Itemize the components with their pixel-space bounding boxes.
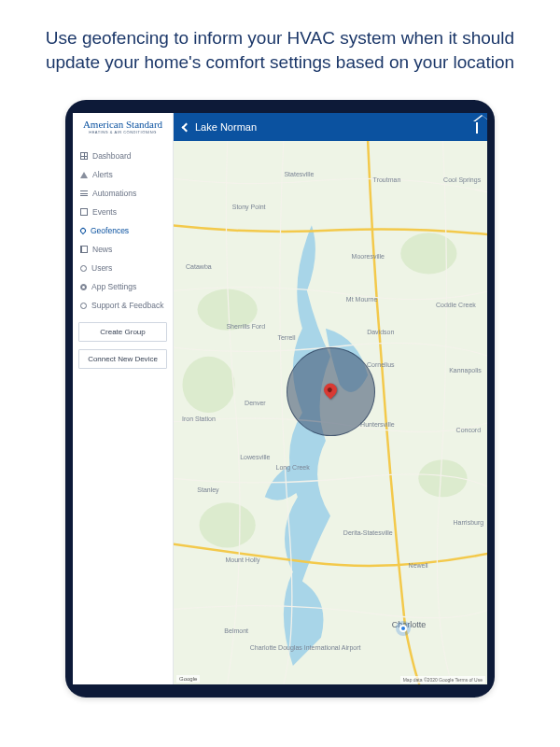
- news-icon: [80, 246, 88, 253]
- sidebar-item-events[interactable]: Events: [78, 203, 167, 221]
- sidebar-item-label: Geofences: [91, 226, 129, 235]
- tri-icon: [80, 172, 88, 178]
- map-city-label: Davidson: [367, 328, 394, 334]
- map-city-label: Charlotte Douglas International Airport: [250, 643, 361, 650]
- sidebar: DashboardAlertsAutomationsEventsGeofence…: [73, 141, 174, 684]
- map-city-label: Catawba: [186, 263, 212, 270]
- map-city-label: Mt Mourne: [346, 296, 377, 303]
- map-city-label: Stony Point: [232, 204, 266, 210]
- pin-icon: [321, 381, 340, 400]
- sidebar-nav: DashboardAlertsAutomationsEventsGeofence…: [78, 147, 167, 315]
- help-icon: [80, 303, 87, 309]
- map-view[interactable]: StatesvilleTroutmanStony PointCatawbaShe…: [174, 141, 487, 684]
- sliders-icon: [80, 190, 88, 196]
- sidebar-item-geofences[interactable]: Geofences: [78, 221, 167, 240]
- sidebar-item-label: Events: [92, 207, 117, 217]
- page-title[interactable]: Lake Norman: [195, 121, 257, 133]
- map-city-label: Long Creek: [276, 464, 310, 471]
- brand-logo[interactable]: American Standard HEATING & AIR CONDITIO…: [73, 113, 174, 141]
- grid-icon: [80, 152, 88, 160]
- sidebar-item-dashboard[interactable]: Dashboard: [78, 147, 167, 165]
- map-city-label: Coddle Creek: [436, 301, 476, 307]
- pin-icon: [79, 227, 87, 234]
- sidebar-item-label: Dashboard: [92, 151, 132, 161]
- svg-point-4: [400, 233, 456, 275]
- map-city-label: Kannapolis: [449, 366, 482, 373]
- map-city-label: Statesville: [284, 171, 314, 177]
- map-city-label: Huntersville: [360, 420, 395, 427]
- connect-device-button[interactable]: Connect New Device: [78, 349, 167, 369]
- map-city-label: Concord: [456, 426, 481, 432]
- brand-tagline: HEATING & AIR CONDITIONING: [89, 130, 157, 134]
- map-provider-logo: Google: [176, 675, 200, 683]
- app-screen: American Standard HEATING & AIR CONDITIO…: [73, 113, 487, 684]
- sidebar-item-label: App Settings: [91, 282, 136, 291]
- geofence-pin[interactable]: [324, 384, 337, 397]
- sidebar-item-news[interactable]: News: [78, 240, 167, 259]
- sidebar-item-app-settings[interactable]: App Settings: [78, 277, 167, 296]
- content-area: DashboardAlertsAutomationsEventsGeofence…: [73, 141, 487, 684]
- map-city-label: Denver: [245, 399, 266, 405]
- map-city-label: Lowesville: [240, 453, 270, 459]
- map-city-label: Newell: [409, 562, 428, 569]
- create-group-button[interactable]: Create Group: [78, 322, 167, 342]
- title-bar: Lake Norman: [174, 113, 487, 141]
- sidebar-item-alerts[interactable]: Alerts: [78, 165, 167, 184]
- map-city-label: Derita-Statesville: [343, 529, 393, 536]
- sidebar-item-label: Alerts: [92, 170, 113, 179]
- sidebar-item-label: News: [92, 245, 112, 254]
- map-city-label: Harrisburg: [453, 518, 483, 525]
- sidebar-item-label: Support & Feedback: [91, 301, 164, 310]
- home-icon: [476, 121, 478, 134]
- map-city-label: Mooresville: [352, 252, 385, 259]
- back-icon[interactable]: [182, 122, 191, 132]
- home-button[interactable]: [476, 121, 478, 133]
- map-city-label: Charlotte: [392, 620, 427, 629]
- map-city-label: Belmont: [224, 627, 248, 634]
- cal-icon: [80, 208, 88, 216]
- map-city-label: Stanley: [197, 486, 218, 492]
- map-city-label: Terrell: [277, 333, 295, 340]
- map-city-label: Mount Holly: [225, 557, 259, 563]
- top-bar: American Standard HEATING & AIR CONDITIO…: [73, 113, 487, 141]
- tablet-frame: American Standard HEATING & AIR CONDITIO…: [65, 100, 495, 698]
- gear-icon: [80, 284, 87, 290]
- sidebar-item-support-feedback[interactable]: Support & Feedback: [78, 296, 167, 315]
- map-city-label: Cornelius: [367, 360, 395, 367]
- map-city-label: Troutman: [373, 176, 401, 183]
- map-city-label: Sherrills Ford: [226, 323, 265, 330]
- svg-point-2: [182, 357, 234, 413]
- sidebar-item-label: Users: [91, 263, 112, 273]
- sidebar-item-label: Automations: [92, 189, 136, 198]
- marketing-headline: Use geofencing to inform your HVAC syste…: [0, 0, 560, 74]
- map-attribution[interactable]: Map data ©2020 Google Terms of Use: [400, 676, 485, 684]
- sidebar-item-users[interactable]: Users: [78, 259, 167, 277]
- sidebar-item-automations[interactable]: Automations: [78, 184, 167, 203]
- tablet-frame-container: American Standard HEATING & AIR CONDITIO…: [0, 100, 560, 698]
- map-city-label: Iron Station: [182, 416, 216, 422]
- svg-point-3: [200, 503, 256, 548]
- brand-name: American Standard: [83, 120, 162, 130]
- user-icon: [80, 265, 87, 272]
- map-city-label: Cool Springs: [443, 176, 481, 183]
